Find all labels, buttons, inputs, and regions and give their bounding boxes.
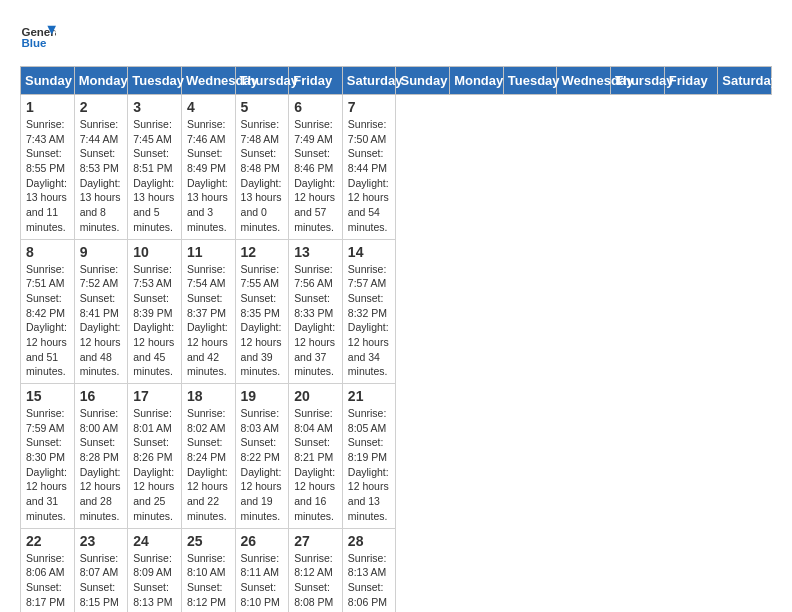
- calendar-table: SundayMondayTuesdayWednesdayThursdayFrid…: [20, 66, 772, 612]
- day-info: Sunrise: 8:03 AMSunset: 8:22 PMDaylight:…: [241, 406, 284, 524]
- calendar-cell: 26 Sunrise: 8:11 AMSunset: 8:10 PMDaylig…: [235, 528, 289, 612]
- weekday-header-thursday: Thursday: [235, 67, 289, 95]
- weekday-header-friday: Friday: [289, 67, 343, 95]
- day-number: 5: [241, 99, 284, 115]
- weekday-header-monday: Monday: [450, 67, 504, 95]
- day-number: 1: [26, 99, 69, 115]
- calendar-cell: 23 Sunrise: 8:07 AMSunset: 8:15 PMDaylig…: [74, 528, 128, 612]
- weekday-header-wednesday: Wednesday: [557, 67, 611, 95]
- calendar-cell: 24 Sunrise: 8:09 AMSunset: 8:13 PMDaylig…: [128, 528, 182, 612]
- day-info: Sunrise: 7:51 AMSunset: 8:42 PMDaylight:…: [26, 262, 69, 380]
- calendar-cell: 12 Sunrise: 7:55 AMSunset: 8:35 PMDaylig…: [235, 239, 289, 384]
- day-number: 12: [241, 244, 284, 260]
- day-info: Sunrise: 8:02 AMSunset: 8:24 PMDaylight:…: [187, 406, 230, 524]
- day-number: 9: [80, 244, 123, 260]
- day-info: Sunrise: 7:57 AMSunset: 8:32 PMDaylight:…: [348, 262, 391, 380]
- day-info: Sunrise: 8:07 AMSunset: 8:15 PMDaylight:…: [80, 551, 123, 613]
- weekday-header-saturday: Saturday: [342, 67, 396, 95]
- day-number: 17: [133, 388, 176, 404]
- calendar-cell: 5 Sunrise: 7:48 AMSunset: 8:48 PMDayligh…: [235, 95, 289, 240]
- weekday-header-sunday: Sunday: [396, 67, 450, 95]
- day-number: 26: [241, 533, 284, 549]
- weekday-header-friday: Friday: [664, 67, 718, 95]
- day-info: Sunrise: 8:10 AMSunset: 8:12 PMDaylight:…: [187, 551, 230, 613]
- logo-icon: General Blue: [20, 20, 56, 56]
- calendar-cell: 15 Sunrise: 7:59 AMSunset: 8:30 PMDaylig…: [21, 384, 75, 529]
- day-info: Sunrise: 8:00 AMSunset: 8:28 PMDaylight:…: [80, 406, 123, 524]
- day-number: 25: [187, 533, 230, 549]
- day-info: Sunrise: 7:44 AMSunset: 8:53 PMDaylight:…: [80, 117, 123, 235]
- day-number: 4: [187, 99, 230, 115]
- calendar-cell: 17 Sunrise: 8:01 AMSunset: 8:26 PMDaylig…: [128, 384, 182, 529]
- day-info: Sunrise: 8:11 AMSunset: 8:10 PMDaylight:…: [241, 551, 284, 613]
- day-info: Sunrise: 7:46 AMSunset: 8:49 PMDaylight:…: [187, 117, 230, 235]
- calendar-cell: 9 Sunrise: 7:52 AMSunset: 8:41 PMDayligh…: [74, 239, 128, 384]
- day-info: Sunrise: 8:09 AMSunset: 8:13 PMDaylight:…: [133, 551, 176, 613]
- weekday-header-tuesday: Tuesday: [503, 67, 557, 95]
- day-info: Sunrise: 8:01 AMSunset: 8:26 PMDaylight:…: [133, 406, 176, 524]
- calendar-cell: 25 Sunrise: 8:10 AMSunset: 8:12 PMDaylig…: [181, 528, 235, 612]
- logo: General Blue: [20, 20, 56, 56]
- day-info: Sunrise: 7:53 AMSunset: 8:39 PMDaylight:…: [133, 262, 176, 380]
- day-info: Sunrise: 8:04 AMSunset: 8:21 PMDaylight:…: [294, 406, 337, 524]
- calendar-cell: 3 Sunrise: 7:45 AMSunset: 8:51 PMDayligh…: [128, 95, 182, 240]
- day-number: 13: [294, 244, 337, 260]
- calendar-week-4: 22 Sunrise: 8:06 AMSunset: 8:17 PMDaylig…: [21, 528, 772, 612]
- day-info: Sunrise: 8:06 AMSunset: 8:17 PMDaylight:…: [26, 551, 69, 613]
- calendar-week-3: 15 Sunrise: 7:59 AMSunset: 8:30 PMDaylig…: [21, 384, 772, 529]
- calendar-cell: 20 Sunrise: 8:04 AMSunset: 8:21 PMDaylig…: [289, 384, 343, 529]
- calendar-cell: 19 Sunrise: 8:03 AMSunset: 8:22 PMDaylig…: [235, 384, 289, 529]
- weekday-header-thursday: Thursday: [611, 67, 665, 95]
- day-number: 6: [294, 99, 337, 115]
- weekday-header-row: SundayMondayTuesdayWednesdayThursdayFrid…: [21, 67, 772, 95]
- day-info: Sunrise: 7:45 AMSunset: 8:51 PMDaylight:…: [133, 117, 176, 235]
- day-number: 8: [26, 244, 69, 260]
- day-number: 27: [294, 533, 337, 549]
- calendar-cell: 4 Sunrise: 7:46 AMSunset: 8:49 PMDayligh…: [181, 95, 235, 240]
- day-info: Sunrise: 7:43 AMSunset: 8:55 PMDaylight:…: [26, 117, 69, 235]
- calendar-week-1: 1 Sunrise: 7:43 AMSunset: 8:55 PMDayligh…: [21, 95, 772, 240]
- svg-text:Blue: Blue: [21, 37, 47, 49]
- calendar-cell: 11 Sunrise: 7:54 AMSunset: 8:37 PMDaylig…: [181, 239, 235, 384]
- day-info: Sunrise: 7:59 AMSunset: 8:30 PMDaylight:…: [26, 406, 69, 524]
- day-info: Sunrise: 7:56 AMSunset: 8:33 PMDaylight:…: [294, 262, 337, 380]
- weekday-header-tuesday: Tuesday: [128, 67, 182, 95]
- day-number: 18: [187, 388, 230, 404]
- day-number: 16: [80, 388, 123, 404]
- calendar-cell: 2 Sunrise: 7:44 AMSunset: 8:53 PMDayligh…: [74, 95, 128, 240]
- calendar-cell: 16 Sunrise: 8:00 AMSunset: 8:28 PMDaylig…: [74, 384, 128, 529]
- day-number: 2: [80, 99, 123, 115]
- calendar-cell: 27 Sunrise: 8:12 AMSunset: 8:08 PMDaylig…: [289, 528, 343, 612]
- calendar-cell: 8 Sunrise: 7:51 AMSunset: 8:42 PMDayligh…: [21, 239, 75, 384]
- day-number: 20: [294, 388, 337, 404]
- calendar-week-2: 8 Sunrise: 7:51 AMSunset: 8:42 PMDayligh…: [21, 239, 772, 384]
- day-number: 7: [348, 99, 391, 115]
- day-number: 28: [348, 533, 391, 549]
- weekday-header-wednesday: Wednesday: [181, 67, 235, 95]
- day-info: Sunrise: 8:13 AMSunset: 8:06 PMDaylight:…: [348, 551, 391, 613]
- calendar-cell: 14 Sunrise: 7:57 AMSunset: 8:32 PMDaylig…: [342, 239, 396, 384]
- day-number: 24: [133, 533, 176, 549]
- day-number: 11: [187, 244, 230, 260]
- day-info: Sunrise: 7:54 AMSunset: 8:37 PMDaylight:…: [187, 262, 230, 380]
- calendar-cell: 22 Sunrise: 8:06 AMSunset: 8:17 PMDaylig…: [21, 528, 75, 612]
- calendar-cell: 1 Sunrise: 7:43 AMSunset: 8:55 PMDayligh…: [21, 95, 75, 240]
- day-info: Sunrise: 7:52 AMSunset: 8:41 PMDaylight:…: [80, 262, 123, 380]
- weekday-header-monday: Monday: [74, 67, 128, 95]
- day-info: Sunrise: 8:05 AMSunset: 8:19 PMDaylight:…: [348, 406, 391, 524]
- day-info: Sunrise: 7:50 AMSunset: 8:44 PMDaylight:…: [348, 117, 391, 235]
- day-info: Sunrise: 7:49 AMSunset: 8:46 PMDaylight:…: [294, 117, 337, 235]
- weekday-header-saturday: Saturday: [718, 67, 772, 95]
- day-number: 19: [241, 388, 284, 404]
- day-number: 10: [133, 244, 176, 260]
- calendar-cell: 6 Sunrise: 7:49 AMSunset: 8:46 PMDayligh…: [289, 95, 343, 240]
- calendar-cell: 18 Sunrise: 8:02 AMSunset: 8:24 PMDaylig…: [181, 384, 235, 529]
- day-info: Sunrise: 7:55 AMSunset: 8:35 PMDaylight:…: [241, 262, 284, 380]
- calendar-cell: 7 Sunrise: 7:50 AMSunset: 8:44 PMDayligh…: [342, 95, 396, 240]
- day-number: 14: [348, 244, 391, 260]
- weekday-header-sunday: Sunday: [21, 67, 75, 95]
- calendar-cell: 21 Sunrise: 8:05 AMSunset: 8:19 PMDaylig…: [342, 384, 396, 529]
- calendar-cell: 13 Sunrise: 7:56 AMSunset: 8:33 PMDaylig…: [289, 239, 343, 384]
- calendar-cell: 28 Sunrise: 8:13 AMSunset: 8:06 PMDaylig…: [342, 528, 396, 612]
- day-number: 21: [348, 388, 391, 404]
